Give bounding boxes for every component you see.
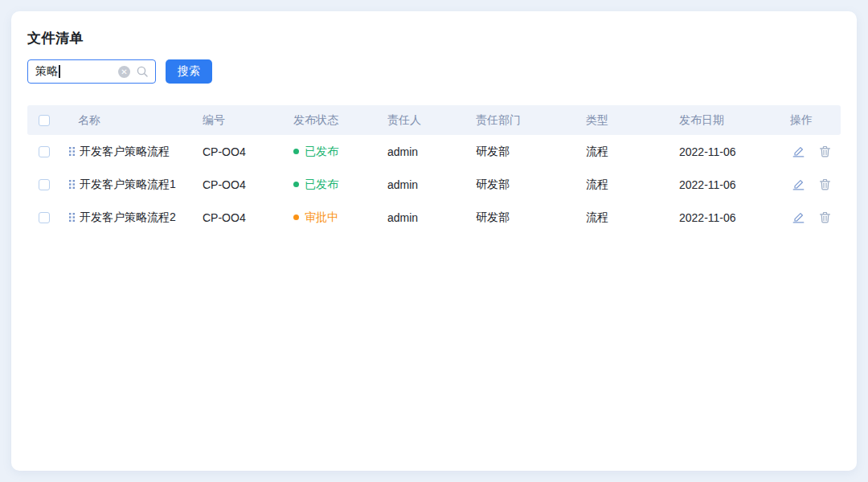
delete-icon[interactable] — [819, 145, 831, 157]
status-label: 审批中 — [305, 210, 338, 225]
row-checkbox[interactable] — [39, 146, 50, 157]
table-body: 开发客户策略流程 CP-OO4 已发布 admin 研发部 流程 2022-11… — [27, 135, 841, 234]
cell-owner: admin — [387, 145, 476, 158]
status-badge: 已发布 — [293, 145, 387, 159]
cell-code: CP-OO4 — [203, 211, 293, 224]
table-row: 开发客户策略流程2 CP-OO4 审批中 admin 研发部 流程 2022-1… — [27, 201, 841, 234]
status-label: 已发布 — [305, 178, 338, 192]
delete-icon[interactable] — [819, 211, 831, 223]
row-checkbox[interactable] — [39, 212, 50, 223]
status-dot-icon — [293, 149, 299, 154]
cell-type: 流程 — [586, 178, 679, 192]
cell-owner: admin — [387, 178, 476, 191]
cell-code: CP-OO4 — [203, 145, 293, 158]
clear-input-icon[interactable]: ✕ — [118, 66, 130, 78]
file-table: 名称 编号 发布状态 责任人 责任部门 类型 发布日期 操作 — [27, 105, 841, 234]
column-header-date: 发布日期 — [679, 113, 790, 128]
table-header-row: 名称 编号 发布状态 责任人 责任部门 类型 发布日期 操作 — [27, 105, 841, 135]
delete-icon[interactable] — [819, 178, 831, 190]
drag-handle-icon[interactable] — [68, 212, 76, 223]
column-header-type: 类型 — [586, 113, 679, 128]
search-row: 策略 ✕ 搜索 — [27, 59, 841, 84]
cell-name: 开发客户策略流程 — [80, 145, 170, 159]
status-label: 已发布 — [305, 145, 338, 159]
cell-date: 2022-11-06 — [679, 145, 790, 158]
column-header-actions: 操作 — [790, 113, 841, 128]
select-all-checkbox[interactable] — [39, 115, 50, 126]
text-caret — [59, 65, 60, 78]
search-button[interactable]: 搜索 — [166, 59, 212, 84]
cell-type: 流程 — [586, 145, 679, 159]
table-row: 开发客户策略流程1 CP-OO4 已发布 admin 研发部 流程 2022-1… — [27, 168, 841, 201]
column-header-department: 责任部门 — [476, 113, 586, 128]
edit-icon[interactable] — [792, 211, 805, 223]
cell-date: 2022-11-06 — [679, 178, 790, 191]
cell-owner: admin — [387, 211, 476, 224]
table-row: 开发客户策略流程 CP-OO4 已发布 admin 研发部 流程 2022-11… — [27, 135, 841, 168]
search-input-value: 策略 — [35, 64, 58, 79]
status-badge: 审批中 — [293, 210, 387, 225]
status-badge: 已发布 — [293, 178, 387, 192]
cell-department: 研发部 — [476, 178, 586, 192]
edit-icon[interactable] — [792, 178, 805, 190]
cell-date: 2022-11-06 — [679, 211, 790, 224]
row-checkbox[interactable] — [39, 179, 50, 190]
page-title: 文件清单 — [27, 29, 841, 47]
cell-name: 开发客户策略流程1 — [80, 178, 176, 192]
cell-department: 研发部 — [476, 145, 586, 159]
cell-name: 开发客户策略流程2 — [80, 210, 176, 225]
cell-code: CP-OO4 — [203, 178, 293, 191]
cell-type: 流程 — [586, 210, 679, 225]
drag-handle-icon[interactable] — [68, 146, 76, 157]
edit-icon[interactable] — [792, 145, 805, 157]
drag-handle-icon[interactable] — [68, 179, 76, 190]
column-header-name: 名称 — [61, 113, 203, 128]
status-dot-icon — [293, 182, 299, 187]
search-icon — [136, 65, 149, 78]
search-input[interactable]: 策略 ✕ — [27, 59, 156, 84]
status-dot-icon — [293, 214, 299, 220]
file-list-card: 文件清单 策略 ✕ 搜索 名称 编号 发布状态 责任人 责任部门 — [11, 11, 857, 471]
column-header-owner: 责任人 — [387, 113, 476, 128]
column-header-status: 发布状态 — [293, 113, 387, 128]
cell-department: 研发部 — [476, 210, 586, 225]
column-header-code: 编号 — [203, 113, 293, 128]
